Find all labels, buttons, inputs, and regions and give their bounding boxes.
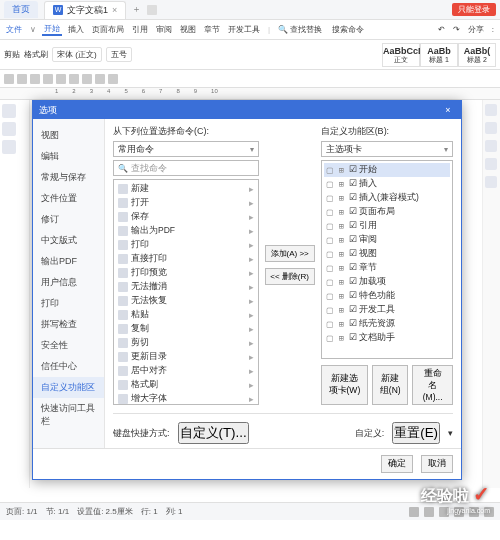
- menu-search[interactable]: 搜索命令: [330, 24, 366, 35]
- paste-button[interactable]: 剪贴: [4, 49, 20, 60]
- dialog-side-item[interactable]: 文件位置: [33, 188, 104, 209]
- command-item[interactable]: 居中对齐▸: [116, 364, 256, 378]
- fmt-icon[interactable]: [69, 74, 79, 84]
- rename-button[interactable]: 重命名(M)...: [412, 365, 453, 405]
- menu-ref[interactable]: 引用: [130, 24, 150, 35]
- fmt-icon[interactable]: [30, 74, 40, 84]
- menu-dev[interactable]: 开发工具: [226, 24, 262, 35]
- new-tab-button[interactable]: 新建选项卡(W): [321, 365, 369, 405]
- commands-listbox[interactable]: 新建▸打开▸保存▸输出为PDF▸打印▸直接打印▸打印预览▸无法撤消▸无法恢复▸粘…: [113, 179, 259, 405]
- help-icon[interactable]: 分享: [466, 24, 486, 35]
- command-item[interactable]: 复制▸: [116, 322, 256, 336]
- customize-shortcut-button[interactable]: 自定义(T)...: [178, 422, 249, 444]
- style-h2[interactable]: AaBb(标题 2: [458, 43, 496, 67]
- dialog-side-item[interactable]: 快速访问工具栏: [33, 398, 104, 432]
- cancel-button[interactable]: 取消: [421, 455, 453, 473]
- ribbon-tree-item[interactable]: ⊞☑ 插入: [324, 177, 450, 191]
- command-item[interactable]: 输出为PDF▸: [116, 224, 256, 238]
- menu-view[interactable]: 视图: [178, 24, 198, 35]
- tab-add[interactable]: ＋: [132, 3, 141, 16]
- right-dropdown[interactable]: 主选项卡: [321, 141, 453, 157]
- undo-button[interactable]: ↶: [436, 25, 447, 34]
- menu-section[interactable]: 章节: [202, 24, 222, 35]
- search-input[interactable]: 查找命令: [113, 160, 259, 176]
- command-item[interactable]: 无法撤消▸: [116, 280, 256, 294]
- tool-icon[interactable]: [2, 122, 16, 136]
- menu-layout[interactable]: 页面布局: [90, 24, 126, 35]
- menu-start[interactable]: 开始: [42, 23, 62, 36]
- menu-find[interactable]: 🔍查找替换: [276, 24, 326, 35]
- ribbon-tree-item[interactable]: ⊞☑ 开始: [324, 163, 450, 177]
- dialog-side-item[interactable]: 信任中心: [33, 356, 104, 377]
- menu-insert[interactable]: 插入: [66, 24, 86, 35]
- command-item[interactable]: 粘贴▸: [116, 308, 256, 322]
- ribbon-tree-item[interactable]: ⊞☑ 审阅: [324, 233, 450, 247]
- font-select[interactable]: 宋体 (正文): [52, 47, 102, 62]
- tool-icon[interactable]: [2, 140, 16, 154]
- remove-button[interactable]: << 删除(R): [265, 268, 315, 285]
- dialog-side-item[interactable]: 中文版式: [33, 230, 104, 251]
- menu-review[interactable]: 审阅: [154, 24, 174, 35]
- ribbon-tree-item[interactable]: ⊞☑ 特色功能: [324, 289, 450, 303]
- fmt-icon[interactable]: [4, 74, 14, 84]
- side-icon[interactable]: [485, 176, 497, 188]
- login-button[interactable]: 只能登录: [452, 3, 496, 16]
- dialog-side-item[interactable]: 安全性: [33, 335, 104, 356]
- ribbon-tree-item[interactable]: ⊞☑ 纸壳资源: [324, 317, 450, 331]
- style-h1[interactable]: AaBb标题 1: [420, 43, 458, 67]
- side-icon[interactable]: [485, 140, 497, 152]
- new-group-button[interactable]: 新建组(N): [372, 365, 408, 405]
- ribbon-tree-item[interactable]: ⊞☑ 插入(兼容模式): [324, 191, 450, 205]
- command-item[interactable]: 直接打印▸: [116, 252, 256, 266]
- add-button[interactable]: 添加(A) >>: [265, 245, 315, 262]
- dialog-side-item[interactable]: 修订: [33, 209, 104, 230]
- dialog-side-item[interactable]: 编辑: [33, 146, 104, 167]
- command-item[interactable]: 打印▸: [116, 238, 256, 252]
- ribbon-tree-item[interactable]: ⊞☑ 引用: [324, 219, 450, 233]
- reset-button[interactable]: 重置(E): [392, 422, 440, 444]
- dialog-side-item[interactable]: 用户信息: [33, 272, 104, 293]
- redo-button[interactable]: ↷: [451, 25, 462, 34]
- command-item[interactable]: 格式刷▸: [116, 378, 256, 392]
- command-item[interactable]: 保存▸: [116, 210, 256, 224]
- size-select[interactable]: 五号: [106, 47, 132, 62]
- dialog-side-item[interactable]: 输出PDF: [33, 251, 104, 272]
- fmt-icon[interactable]: [43, 74, 53, 84]
- side-icon[interactable]: [485, 122, 497, 134]
- view-icon[interactable]: [409, 507, 419, 517]
- dialog-side-item[interactable]: 拼写检查: [33, 314, 104, 335]
- dialog-side-item[interactable]: 自定义功能区: [33, 377, 104, 398]
- fmt-icon[interactable]: [108, 74, 118, 84]
- fmt-icon[interactable]: [95, 74, 105, 84]
- ribbon-tree-item[interactable]: ⊞☑ 视图: [324, 247, 450, 261]
- style-normal[interactable]: AaBbCcDd正文: [382, 43, 420, 67]
- command-item[interactable]: 剪切▸: [116, 336, 256, 350]
- command-item[interactable]: 打开▸: [116, 196, 256, 210]
- ribbon-tree-item[interactable]: ⊞☑ 加载项: [324, 275, 450, 289]
- side-icon[interactable]: [485, 158, 497, 170]
- command-item[interactable]: 打印预览▸: [116, 266, 256, 280]
- left-dropdown[interactable]: 常用命令: [113, 141, 259, 157]
- command-item[interactable]: 无法恢复▸: [116, 294, 256, 308]
- ribbon-tree-item[interactable]: ⊞☑ 页面布局: [324, 205, 450, 219]
- dialog-side-item[interactable]: 打印: [33, 293, 104, 314]
- dialog-close-icon[interactable]: ×: [441, 105, 455, 115]
- ok-button[interactable]: 确定: [381, 455, 413, 473]
- menu-file[interactable]: 文件: [4, 24, 24, 35]
- dialog-side-item[interactable]: 视图: [33, 125, 104, 146]
- dialog-side-item[interactable]: 常规与保存: [33, 167, 104, 188]
- side-icon[interactable]: [485, 104, 497, 116]
- tab-document[interactable]: W 文字文稿1 ×: [44, 1, 126, 19]
- fmt-icon[interactable]: [17, 74, 27, 84]
- close-icon[interactable]: ×: [112, 5, 117, 15]
- ribbon-tree-item[interactable]: ⊞☑ 章节: [324, 261, 450, 275]
- brush-button[interactable]: 格式刷: [24, 49, 48, 60]
- ribbon-tree-item[interactable]: ⊞☑ 开发工具: [324, 303, 450, 317]
- command-item[interactable]: 更新目录▸: [116, 350, 256, 364]
- tab-home[interactable]: 首页: [4, 1, 38, 18]
- fmt-icon[interactable]: [82, 74, 92, 84]
- ribbon-tree[interactable]: ⊞☑ 开始⊞☑ 插入⊞☑ 插入(兼容模式)⊞☑ 页面布局⊞☑ 引用⊞☑ 审阅⊞☑…: [321, 160, 453, 359]
- fmt-icon[interactable]: [56, 74, 66, 84]
- sys-btn-1[interactable]: [147, 5, 157, 15]
- command-item[interactable]: 增大字体▸: [116, 392, 256, 405]
